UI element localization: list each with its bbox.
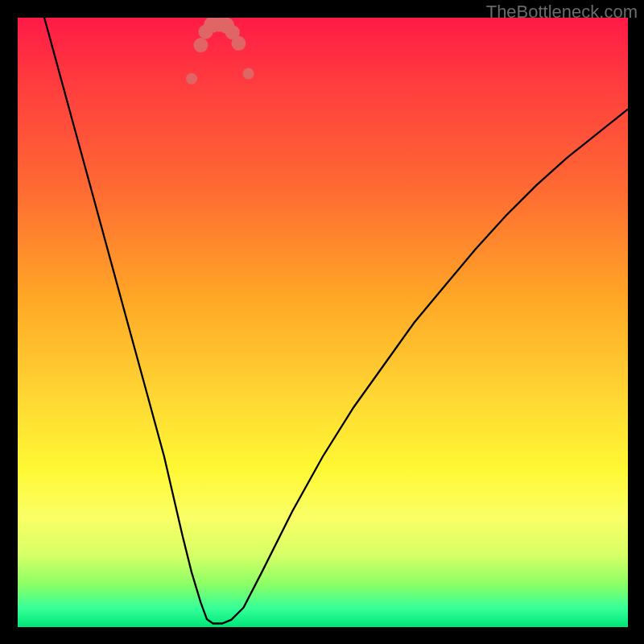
watermark-text: TheBottleneck.com xyxy=(486,2,638,23)
plot-area xyxy=(18,18,628,627)
chart-frame: TheBottleneck.com xyxy=(0,0,644,644)
curve-marker xyxy=(243,68,254,80)
curve-marker xyxy=(193,38,208,52)
curve-markers xyxy=(186,18,254,85)
curve-marker xyxy=(231,36,246,51)
bottleneck-curve xyxy=(18,18,628,624)
chart-svg xyxy=(18,18,628,627)
curve-marker xyxy=(186,73,197,85)
